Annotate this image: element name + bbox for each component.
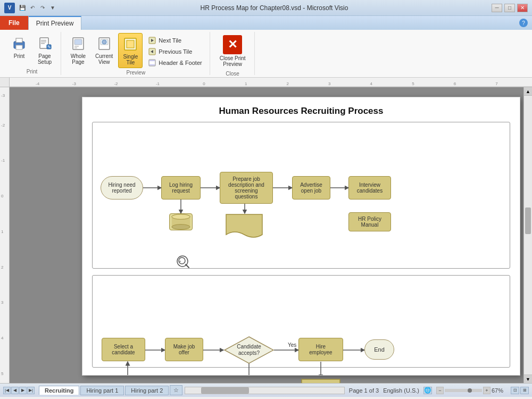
whole-page-label: WholePage xyxy=(71,53,86,65)
current-view-icon xyxy=(96,35,113,52)
current-view-button[interactable]: CurrentView xyxy=(92,33,116,67)
tile-options-group: Next Tile Previous Tile Header & Footer xyxy=(145,33,205,68)
window-controls: ─ □ ✕ xyxy=(492,4,528,12)
svg-point-16 xyxy=(102,40,106,44)
svg-rect-3 xyxy=(17,43,19,44)
print-button[interactable]: Print xyxy=(7,33,31,61)
svg-rect-1 xyxy=(16,38,22,43)
add-page-button[interactable]: ☆ xyxy=(170,385,182,395)
view-buttons: ⊡ ⊞ xyxy=(511,387,529,394)
next-tile-label: Next Tile xyxy=(159,37,181,44)
shape-end: End xyxy=(364,339,394,360)
svg-rect-6 xyxy=(41,41,46,43)
help-button[interactable]: ? xyxy=(519,19,528,27)
zoom-in-button[interactable]: + xyxy=(483,387,491,394)
print-icon xyxy=(11,35,28,52)
whole-page-button[interactable]: WholePage xyxy=(66,33,90,67)
status-right: Page 1 of 3 English (U.S.) 🌐 − + 67% ⊡ ⊞ xyxy=(349,387,529,394)
shape-hiring-need: Hiring needreported xyxy=(101,176,143,200)
scroll-thumb[interactable] xyxy=(525,207,531,234)
page-setup-icon: ✎ xyxy=(36,35,53,52)
svg-rect-2 xyxy=(16,45,22,49)
h-scroll-thumb[interactable] xyxy=(201,387,249,394)
ribbon-content: Print ✎ PageSetup Print WholePage xyxy=(0,30,532,78)
close-print-preview-label: Close PrintPreview xyxy=(220,55,246,67)
preview-group-buttons: WholePage CurrentView SingleTile xyxy=(66,33,205,68)
undo-qa-button[interactable]: ↶ xyxy=(28,4,37,12)
print-preview-tab[interactable]: Print Preview xyxy=(29,16,82,30)
svg-text:Candidate: Candidate xyxy=(237,344,261,350)
canvas-area: -3 -2 -1 0 1 2 3 4 5 Human Resources Rec… xyxy=(0,87,532,383)
svg-rect-11 xyxy=(74,39,82,45)
shape-candidate-accepts: Candidateaccepts? xyxy=(223,336,275,364)
page-setup-label: PageSetup xyxy=(38,53,52,65)
language: English (U.S.) xyxy=(383,387,419,394)
single-tile-button[interactable]: SingleTile xyxy=(118,33,143,68)
header-footer-icon xyxy=(148,59,156,67)
close-icon: ✕ xyxy=(223,35,242,54)
ribbon-tabs: File Print Preview ? xyxy=(0,16,532,30)
vertical-ruler: -3 -2 -1 0 1 2 3 4 5 xyxy=(0,87,10,383)
previous-tile-label: Previous Tile xyxy=(159,48,192,55)
shape-hr-policy: HR PolicyManual xyxy=(348,212,391,231)
whole-page-status-button[interactable]: ⊞ xyxy=(520,387,529,394)
close-button[interactable]: ✕ xyxy=(517,4,528,12)
page-setup-button[interactable]: ✎ PageSetup xyxy=(33,33,56,67)
tab-nav-arrows: |◀ ◀ ▶ ▶| xyxy=(3,387,35,394)
scroll-down-button[interactable]: ▼ xyxy=(524,375,532,383)
file-tab[interactable]: File xyxy=(0,16,29,30)
title-bar: V 💾 ↶ ↷ ▼ HR Process Map for Chapter08.v… xyxy=(0,0,532,16)
shape-log-hiring: Log hiringrequest xyxy=(161,176,201,200)
tab-hiring-part2[interactable]: Hiring part 2 xyxy=(125,386,169,395)
svg-rect-7 xyxy=(41,43,45,44)
tab-hiring-part1[interactable]: Hiring part 1 xyxy=(80,386,124,395)
maximize-button[interactable]: □ xyxy=(504,4,515,12)
svg-text:accepts?: accepts? xyxy=(238,350,260,356)
shape-document-hire xyxy=(301,378,341,383)
whole-page-icon xyxy=(70,35,87,52)
close-group: ✕ Close PrintPreview Close xyxy=(211,32,255,75)
print-group-label: Print xyxy=(27,67,38,74)
previous-tile-button[interactable]: Previous Tile xyxy=(145,46,205,57)
zoom-out-button[interactable]: − xyxy=(436,387,444,394)
minimize-button[interactable]: ─ xyxy=(492,4,502,12)
tab-recruiting[interactable]: Recruiting xyxy=(39,386,79,395)
save-qa-button[interactable]: 💾 xyxy=(18,4,27,12)
header-footer-label: Header & Footer xyxy=(159,60,202,66)
header-footer-button[interactable]: Header & Footer xyxy=(145,57,205,68)
single-tile-icon xyxy=(122,36,139,53)
close-group-label: Close xyxy=(226,69,239,77)
ruler-corner xyxy=(0,78,10,87)
diagram-canvas: Human Resources Recruiting Process xyxy=(10,87,532,383)
diagram-title: Human Resources Recruiting Process xyxy=(82,97,520,121)
scroll-track xyxy=(524,96,532,375)
svg-point-46 xyxy=(172,225,190,230)
shape-make-offer: Make joboffer xyxy=(165,338,203,361)
previous-tile-icon xyxy=(148,47,156,56)
zoom-slider[interactable] xyxy=(445,389,482,392)
page-tabs: Recruiting Hiring part 1 Hiring part 2 ☆ xyxy=(39,385,182,395)
tab-prev-button[interactable]: ◀ xyxy=(11,387,19,394)
preview-group: WholePage CurrentView SingleTile xyxy=(62,32,210,75)
redo-qa-button[interactable]: ↷ xyxy=(38,4,47,12)
tab-last-button[interactable]: ▶| xyxy=(27,387,35,394)
horizontal-ruler: -4 -3 -2 -1 0 1 2 3 4 5 6 7 xyxy=(10,78,532,87)
shape-interview: Interviewcandidates xyxy=(348,176,391,200)
svg-rect-25 xyxy=(149,64,155,65)
customize-qa-button[interactable]: ▼ xyxy=(48,4,57,12)
vertical-scrollbar[interactable]: ▲ ▼ xyxy=(523,87,532,383)
scroll-up-button[interactable]: ▲ xyxy=(524,87,532,96)
tab-next-button[interactable]: ▶ xyxy=(19,387,27,394)
fit-page-button[interactable]: ⊡ xyxy=(511,387,519,394)
ruler-row: -4 -3 -2 -1 0 1 2 3 4 5 6 7 xyxy=(0,78,532,87)
svg-rect-12 xyxy=(74,46,79,47)
single-tile-label: SingleTile xyxy=(123,54,138,65)
shape-document-prepare xyxy=(225,213,263,241)
next-tile-button[interactable]: Next Tile xyxy=(145,35,205,46)
tab-first-button[interactable]: |◀ xyxy=(3,387,11,394)
shape-cylinder xyxy=(169,213,193,230)
close-print-preview-button[interactable]: ✕ Close PrintPreview xyxy=(215,33,250,69)
zoom-level: 67% xyxy=(492,387,506,394)
zoom-thumb[interactable] xyxy=(468,388,472,393)
horizontal-scrollbar[interactable] xyxy=(185,387,345,394)
